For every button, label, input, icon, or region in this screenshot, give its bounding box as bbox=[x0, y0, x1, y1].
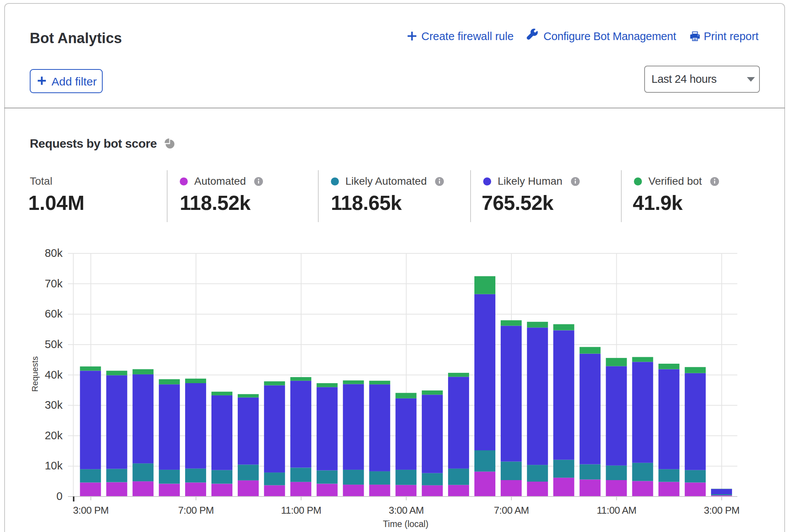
svg-text:20k: 20k bbox=[45, 429, 63, 442]
svg-text:Time (local): Time (local) bbox=[383, 519, 428, 529]
svg-text:70k: 70k bbox=[45, 277, 63, 290]
svg-text:0: 0 bbox=[56, 490, 63, 502]
svg-text:40k: 40k bbox=[45, 369, 63, 381]
svg-text:30k: 30k bbox=[45, 399, 63, 411]
svg-text:Requests: Requests bbox=[30, 356, 40, 392]
svg-text:7:00 PM: 7:00 PM bbox=[178, 505, 214, 516]
svg-text:11:00 AM: 11:00 AM bbox=[597, 505, 637, 516]
svg-text:3:00 PM: 3:00 PM bbox=[704, 505, 739, 516]
svg-text:80k: 80k bbox=[45, 247, 63, 259]
svg-text:7:00 AM: 7:00 AM bbox=[494, 505, 529, 516]
svg-text:3:00 PM: 3:00 PM bbox=[73, 505, 108, 516]
svg-text:11:00 PM: 11:00 PM bbox=[281, 505, 321, 516]
svg-text:3:00 AM: 3:00 AM bbox=[389, 505, 424, 516]
svg-text:60k: 60k bbox=[45, 308, 63, 320]
svg-text:10k: 10k bbox=[45, 459, 63, 472]
svg-text:50k: 50k bbox=[45, 338, 63, 350]
